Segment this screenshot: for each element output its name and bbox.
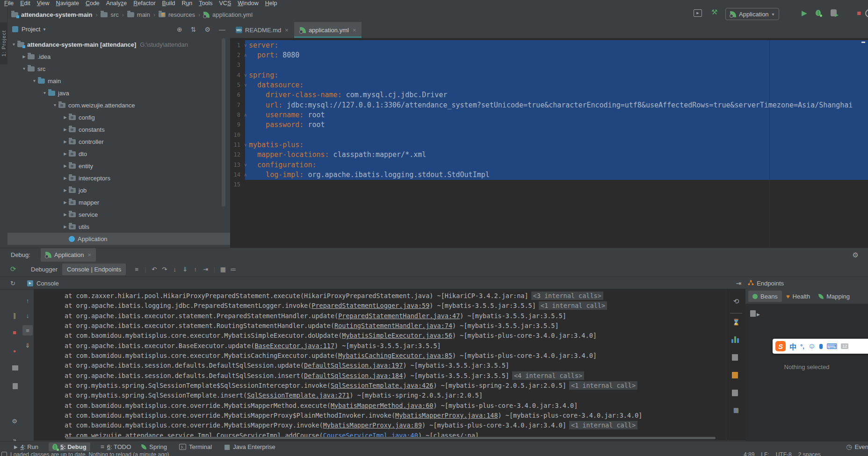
toolbar-tab-spring[interactable]: Spring	[141, 443, 167, 450]
restore-layout-icon[interactable]: ≡	[131, 264, 142, 274]
chevron-down-icon[interactable]: ▾	[43, 27, 45, 32]
refresh-icon[interactable]: ↻	[10, 280, 20, 287]
folded-calls[interactable]: <1 internal call>	[539, 301, 607, 310]
collapse-all-icon[interactable]: ⇅	[191, 26, 196, 33]
run-config-select[interactable]: Application ▾	[725, 8, 779, 20]
tree-item-service[interactable]: ▶service	[7, 208, 230, 221]
step-over-icon[interactable]: ↷	[159, 264, 170, 274]
folded-calls[interactable]: <4 internal calls>	[512, 371, 584, 380]
toolbar-tab-java-enterprise[interactable]: ▦ Java Enterprise	[224, 443, 275, 450]
rerun-icon[interactable]: ⟳	[10, 265, 20, 273]
menu-view[interactable]: View	[34, 0, 53, 7]
console-hscrollbar[interactable]	[65, 437, 716, 439]
tree-item-controller[interactable]: ▶controller	[7, 135, 230, 148]
debug-settings-icon[interactable]: ⚙	[853, 251, 859, 259]
tree-item-config[interactable]: ▶config	[7, 111, 230, 123]
status-widgets[interactable]: 4:89 LF: UTF-8 2 spaces	[744, 451, 821, 456]
chevron-right-icon[interactable]: ▶	[757, 312, 760, 317]
stack-link[interactable]: MybatisMapperMethod.java:60	[331, 402, 433, 409]
expand-icon[interactable]: ▼	[10, 42, 17, 47]
toolbar-tab-debug[interactable]: 5: Debug	[49, 442, 90, 451]
tab-mapping[interactable]: Mapping	[814, 291, 854, 302]
stack-link[interactable]: MybatisMapperProxy.java:148	[395, 412, 498, 419]
breadcrumb-project[interactable]: attendance-system-main	[11, 11, 92, 18]
stack-link[interactable]: RoutingStatementHandler.java:74	[334, 322, 452, 329]
stack-link[interactable]: DefaultSqlSession.java:197	[304, 362, 403, 369]
tree-item-job[interactable]: ▶job	[7, 184, 230, 196]
tree-item-utils[interactable]: ▶utils	[7, 221, 230, 233]
stack-link[interactable]: MybatisSimpleExecutor.java:56	[342, 332, 452, 339]
tree-item-interceptors[interactable]: ▶interceptors	[7, 172, 230, 184]
menu-run[interactable]: Run	[178, 0, 195, 7]
breadcrumb-file[interactable]: application.yml	[203, 11, 253, 18]
menu-refactor[interactable]: Refactor	[130, 0, 159, 7]
menu-window[interactable]: Window	[234, 0, 261, 7]
menu-navigate[interactable]: Navigate	[53, 0, 82, 7]
trash-icon[interactable]	[13, 383, 18, 389]
pause-icon[interactable]: ∥	[9, 310, 20, 321]
toolbar-tab-terminal[interactable]: ❯_ Terminal	[179, 443, 212, 450]
stack-link[interactable]: BaseExecutor.java:117	[254, 342, 334, 349]
stack-link[interactable]: PreparedStatementHandler.java:47	[338, 312, 460, 320]
pages-icon[interactable]	[732, 372, 738, 378]
statistics-chart-icon[interactable]	[731, 335, 741, 343]
folded-calls[interactable]: <3 internal calls>	[531, 292, 603, 300]
print-icon[interactable]	[12, 365, 18, 370]
tab-application-yml[interactable]: application.yml ×	[294, 22, 362, 38]
console-title[interactable]: Console	[36, 280, 59, 287]
menu-vcs[interactable]: VCS	[216, 0, 235, 7]
timer-icon[interactable]: ⌛	[731, 317, 741, 327]
menu-tools[interactable]: Tools	[195, 0, 216, 7]
tree-item-java[interactable]: ▼java	[7, 87, 230, 99]
tree-item-package[interactable]: ▼com.weizujie.attendance	[7, 99, 230, 111]
sync-icon[interactable]: ⟲	[731, 296, 741, 306]
table-icon[interactable]: ▦	[731, 405, 741, 415]
event-log-button[interactable]: ◷ Event Log	[846, 443, 868, 450]
menu-analyze[interactable]: Analyze	[103, 0, 130, 7]
next-frame-icon[interactable]: ↓	[22, 310, 33, 321]
layout-settings-icon[interactable]: ≔	[228, 264, 239, 274]
tree-item-constants[interactable]: ▶constants	[7, 123, 230, 135]
ime-toolbar[interactable]: S 中 °, ☺ ⌨ 12	[773, 339, 868, 354]
collapse-frames-icon[interactable]: ⇓	[22, 340, 33, 350]
prev-frame-icon[interactable]: ↑	[22, 295, 33, 306]
console-output[interactable]: at com.zaxxer.hikari.pool.HikariProxyPre…	[34, 289, 757, 441]
copy-stack-icon[interactable]	[732, 354, 738, 361]
menu-file[interactable]: File	[1, 0, 17, 7]
evaluate-expression-icon[interactable]: ▦	[218, 264, 228, 274]
menu-edit[interactable]: Edit	[17, 0, 34, 7]
run-button[interactable]: ▶	[802, 9, 807, 17]
run-to-cursor-icon[interactable]: ⇥	[201, 264, 211, 274]
ime-punctuation-icon[interactable]: °,	[800, 343, 804, 350]
tab-console-endpoints[interactable]: Console | Endpoints	[62, 264, 126, 275]
toolbar-tab-todo[interactable]: ≡ 6: TODO	[101, 443, 131, 450]
endpoints-title[interactable]: Endpoints	[757, 280, 784, 287]
stripe-tab-project[interactable]: 1: Project	[0, 22, 7, 64]
page-icon[interactable]	[732, 390, 738, 396]
stack-link[interactable]: DefaultSqlSession.java:184	[304, 372, 403, 379]
menu-build[interactable]: Build	[159, 0, 179, 7]
stop-button[interactable]: ■	[857, 9, 861, 17]
panel-settings-icon[interactable]: ⚙	[204, 26, 210, 33]
force-step-into-icon[interactable]: ⇓	[180, 264, 190, 274]
ime-language-icon[interactable]: 中	[789, 342, 796, 351]
run-toolwindow-icon[interactable]: ▶	[694, 9, 702, 17]
step-out-icon[interactable]: ↑	[190, 264, 201, 274]
settings-gear-icon[interactable]: ⚙	[9, 416, 20, 426]
toolwindow-toggle-icon[interactable]	[1, 452, 7, 456]
profiler-button[interactable]: ▶	[831, 9, 837, 16]
breadcrumb-src[interactable]: src	[101, 11, 118, 18]
tree-item-entity[interactable]: ▶entity	[7, 160, 230, 172]
tree-item-mapper[interactable]: ▶mapper	[7, 196, 230, 208]
ime-skin-badge[interactable]: 12	[841, 343, 848, 349]
breadcrumb-resources[interactable]: resources	[159, 11, 195, 18]
tab-readme[interactable]: MD README.md ×	[230, 22, 294, 38]
toolbar-tab-run[interactable]: ▶ 4: Run	[14, 443, 38, 450]
menu-help[interactable]: Help	[262, 0, 281, 7]
step-into-icon[interactable]: ↓	[170, 264, 180, 274]
close-icon[interactable]: ×	[285, 27, 289, 34]
show-execution-point-icon[interactable]: ↶	[149, 264, 159, 274]
breadcrumb-main[interactable]: main	[127, 11, 150, 18]
tab-beans[interactable]: Beans	[748, 291, 782, 302]
tree-item-dto[interactable]: ▶dto	[7, 148, 230, 160]
